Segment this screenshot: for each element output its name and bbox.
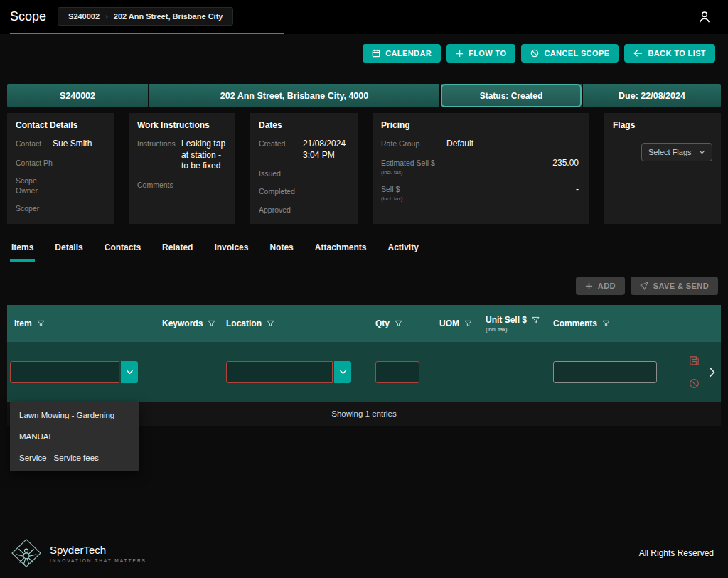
plus-icon	[456, 50, 464, 58]
estimated-sell-sublabel: (incl. tax)	[381, 169, 446, 176]
back-to-list-button-label: BACK TO LIST	[648, 49, 706, 58]
save-and-send-button[interactable]: SAVE & SEND	[631, 277, 718, 295]
tab-details[interactable]: Details	[53, 238, 84, 262]
filter-icon[interactable]	[267, 320, 274, 327]
flags-card: Flags Select Flags	[604, 113, 721, 224]
sell-label: Sell $ (incl. tax)	[381, 184, 446, 203]
qty-input[interactable]	[375, 361, 419, 383]
completed-value	[303, 186, 349, 196]
page-title: Scope	[10, 9, 46, 24]
completed-label: Completed	[259, 186, 303, 196]
tab-notes[interactable]: Notes	[268, 238, 294, 262]
summary-address: 202 Ann Street, Brisbane City, 4000	[148, 84, 439, 107]
breadcrumb-id: S240002	[68, 12, 100, 21]
created-label: Created	[259, 139, 303, 161]
items-actions: ADD SAVE & SEND	[10, 277, 718, 295]
column-qty: Qty	[370, 319, 434, 328]
column-comments: Comments	[547, 319, 653, 328]
cancel-scope-button-label: CANCEL SCOPE	[544, 49, 609, 58]
item-option-service[interactable]: Service - Service fees	[10, 447, 139, 469]
chevron-down-icon	[339, 370, 347, 375]
filter-icon[interactable]	[464, 320, 472, 327]
filter-icon[interactable]	[532, 316, 540, 323]
filter-icon[interactable]	[208, 320, 215, 327]
tab-invoices[interactable]: Invoices	[213, 238, 250, 262]
cancel-row-button[interactable]	[689, 378, 700, 389]
dates-title: Dates	[259, 120, 349, 130]
contact-details-card: Contact Details ContactSue Smith Contact…	[7, 113, 114, 224]
expand-row-button[interactable]	[709, 367, 715, 378]
brand-tagline: Innovation That Matters	[50, 558, 146, 563]
work-instructions-card: Work Instructions InstructionsLeaking ta…	[129, 113, 235, 224]
user-icon	[697, 9, 712, 25]
top-bar-left: Scope S240002 › 202 Ann Street, Brisbane…	[10, 0, 284, 34]
add-item-button[interactable]: ADD	[576, 277, 625, 295]
item-option-manual[interactable]: MANUAL	[10, 426, 139, 447]
send-icon	[640, 282, 648, 290]
row-comments-input[interactable]	[553, 361, 657, 383]
chevron-down-icon	[699, 150, 705, 154]
filter-icon[interactable]	[37, 320, 45, 327]
page-footer: SpyderTech Innovation That Matters All R…	[0, 538, 728, 568]
section-tabs: Items Details Contacts Related Invoices …	[10, 238, 718, 262]
flow-to-button-label: FLOW TO	[469, 49, 506, 58]
contact-ph-label: Contact Ph	[16, 158, 53, 168]
approved-label: Approved	[259, 205, 303, 215]
filter-icon[interactable]	[602, 320, 610, 327]
brand-name: SpyderTech	[50, 544, 146, 556]
contact-ph-value	[53, 158, 105, 168]
filter-icon[interactable]	[395, 320, 402, 327]
rate-group-label: Rate Group	[381, 139, 446, 150]
tab-activity[interactable]: Activity	[386, 238, 419, 262]
column-unit-sell-label: Unit Sell $	[486, 315, 527, 325]
save-icon	[689, 355, 700, 366]
contact-details-title: Contact Details	[16, 120, 105, 130]
location-cell	[220, 361, 370, 383]
plus-icon	[585, 282, 593, 290]
status-badge: Status: Created	[441, 84, 582, 107]
instructions-value: Leaking tap at station - to be fixed	[181, 139, 227, 172]
cancel-scope-button[interactable]: CANCEL SCOPE	[521, 44, 619, 63]
column-uom-label: UOM	[439, 319, 459, 328]
calendar-button[interactable]: CALENDAR	[363, 44, 441, 63]
back-to-list-button[interactable]: BACK TO LIST	[624, 44, 715, 63]
tab-related[interactable]: Related	[161, 238, 194, 262]
pricing-card: Pricing Rate Group Default Estimated Sel…	[373, 113, 589, 224]
scope-summary-bar: S240002 202 Ann Street, Brisbane City, 4…	[7, 84, 721, 107]
item-option-lawn-mowing[interactable]: Lawn Mowing - Gardening	[10, 405, 139, 426]
rate-group-value: Default	[446, 139, 579, 150]
issued-label: Issued	[259, 168, 303, 178]
save-row-button[interactable]	[689, 355, 700, 366]
summary-due-date: Due: 22/08/2024	[582, 84, 721, 107]
table-row: Lawn Mowing - Gardening MANUAL Service -…	[7, 342, 721, 402]
items-table: Item Keywords Location Qty UOM Unit Sell…	[7, 305, 721, 426]
cancel-icon	[530, 49, 539, 58]
breadcrumb[interactable]: S240002 › 202 Ann Street, Brisbane City	[58, 7, 233, 26]
select-flags-dropdown[interactable]: Select Flags	[641, 143, 712, 161]
estimated-sell-value: 235.00	[446, 158, 579, 176]
scope-owner-value	[53, 176, 105, 196]
info-cards: Contact Details ContactSue Smith Contact…	[7, 113, 721, 224]
flow-to-button[interactable]: FLOW TO	[446, 44, 515, 63]
user-account-button[interactable]	[694, 6, 715, 28]
scoper-label: Scoper	[16, 203, 53, 213]
column-uom: UOM	[434, 319, 480, 328]
chevron-right-icon	[709, 367, 715, 378]
block-icon	[689, 378, 700, 389]
tab-items[interactable]: Items	[10, 238, 35, 262]
location-input[interactable]	[226, 361, 333, 383]
item-cell: Lawn Mowing - Gardening MANUAL Service -…	[7, 361, 156, 383]
breadcrumb-separator: ›	[105, 12, 108, 21]
column-unit-sell-sublabel: (incl. tax)	[486, 326, 547, 333]
issued-value	[303, 168, 349, 178]
column-item: Item	[7, 319, 156, 328]
item-input[interactable]	[10, 361, 119, 383]
comments-cell	[547, 361, 653, 383]
sell-value: -	[446, 184, 579, 203]
pricing-title: Pricing	[381, 120, 579, 130]
tab-attachments[interactable]: Attachments	[314, 238, 368, 262]
item-dropdown-button[interactable]	[121, 361, 138, 383]
scope-owner-label: Scope Owner	[16, 176, 53, 196]
tab-contacts[interactable]: Contacts	[103, 238, 142, 262]
location-dropdown-button[interactable]	[334, 361, 351, 383]
